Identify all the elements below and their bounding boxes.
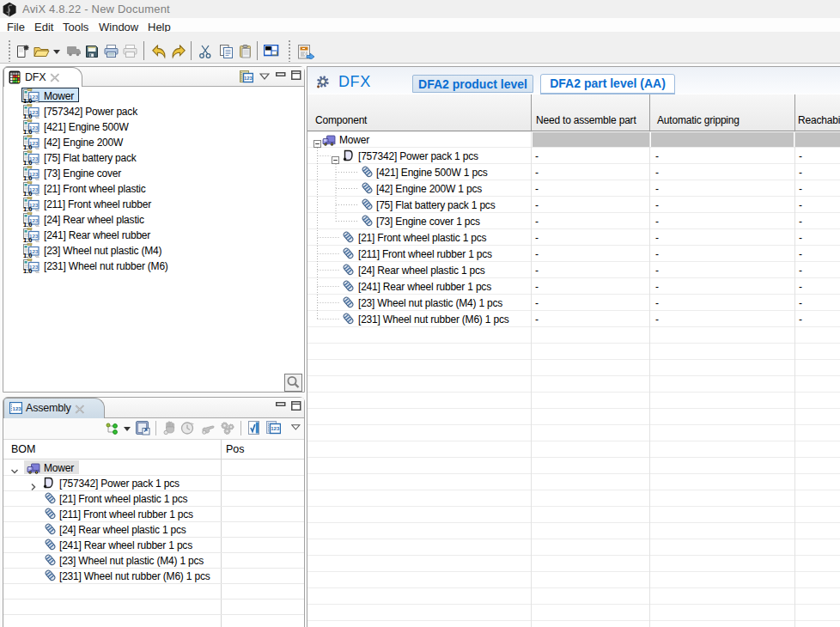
- svg-text:123: 123: [271, 426, 280, 431]
- svg-text:1.0: 1.0: [23, 143, 32, 150]
- svg-text:1.0: 1.0: [23, 236, 32, 243]
- svg-text:123: 123: [244, 76, 253, 81]
- svg-text:1.0: 1.0: [23, 205, 32, 212]
- svg-text:1.0: 1.0: [23, 113, 32, 119]
- svg-text:1.0: 1.0: [23, 97, 32, 104]
- svg-text:1.0: 1.0: [23, 221, 32, 228]
- svg-text:1.0: 1.0: [23, 159, 32, 166]
- svg-text:1.0: 1.0: [23, 190, 32, 197]
- svg-text:1.0: 1.0: [23, 174, 32, 181]
- svg-text:123: 123: [13, 406, 22, 411]
- svg-text:1.0: 1.0: [23, 267, 32, 274]
- svg-text:1.0: 1.0: [23, 252, 32, 259]
- svg-text:1.0: 1.0: [23, 128, 32, 135]
